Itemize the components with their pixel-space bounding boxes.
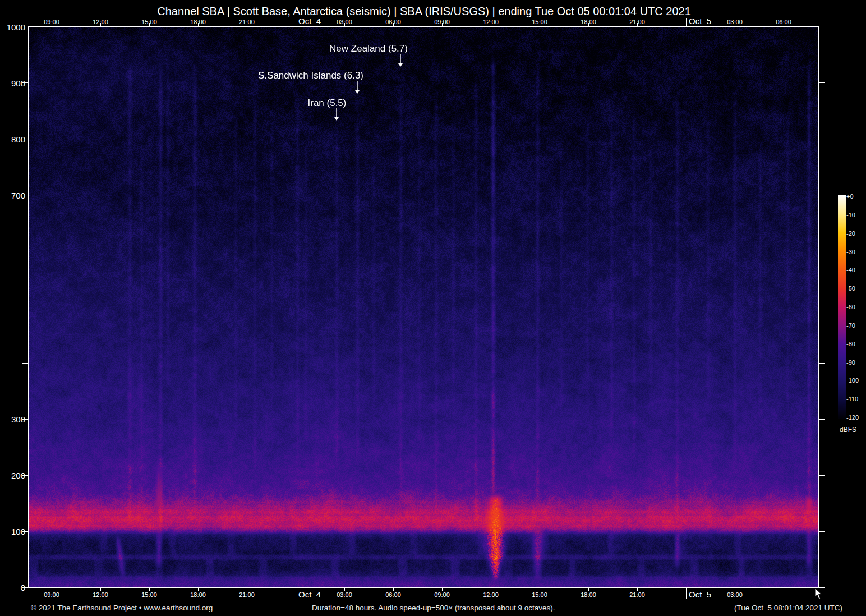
y-tick-label: 200	[3, 471, 25, 480]
x-tick-label: 15:00	[532, 591, 547, 598]
x-tick-label: 03:00	[337, 591, 352, 598]
x-tick-label: 06:00	[776, 19, 791, 25]
x-tick-mark	[686, 588, 687, 599]
y-tick-mark	[819, 531, 825, 532]
footer-copyright: © 2021 The Earthsound Project • www.eart…	[31, 604, 213, 612]
x-tick-label: 03:00	[337, 19, 352, 25]
colorbar-tick-label: -10	[846, 212, 855, 218]
y-tick-label: 1000	[3, 22, 25, 32]
x-tick-label: 06:00	[385, 19, 401, 25]
y-tick-mark	[819, 139, 825, 139]
footer-duration: Duration=48 hours. Audio speed-up=500× (…	[312, 604, 555, 612]
mouse-cursor-icon	[814, 588, 823, 600]
x-tick-label: 15:00	[141, 591, 157, 598]
colorbar-tick-label: -90	[846, 359, 855, 366]
x-tick-mark	[686, 18, 687, 26]
annotation-arrow-icon	[354, 81, 361, 95]
y-tick-label: 700	[3, 190, 25, 200]
x-tick-label: 15:00	[141, 19, 157, 25]
event-annotation-label: S.Sandwich Islands (6.3)	[258, 70, 363, 81]
x-tick-label: 09:00	[434, 591, 450, 598]
colorbar-tick-label: +0	[846, 193, 854, 200]
y-tick-mark	[819, 27, 825, 27]
y-tick-label: 0	[3, 583, 25, 592]
x-tick-label: 18:00	[190, 19, 206, 25]
y-tick-mark	[819, 251, 825, 251]
colorbar	[838, 195, 846, 419]
colorbar-tick-label: -50	[846, 285, 855, 292]
x-tick-label: 18:00	[190, 591, 206, 598]
x-tick-label: 12:00	[93, 19, 108, 25]
y-tick-mark	[22, 307, 28, 307]
y-tick-label: 300	[3, 415, 25, 424]
x-tick-label: 03:00	[727, 19, 743, 25]
y-tick-mark	[819, 307, 825, 307]
x-tick-label: 18:00	[581, 19, 596, 25]
colorbar-tick-label: -120	[846, 414, 859, 421]
x-tick-mark	[296, 18, 296, 26]
y-tick-label: 900	[3, 78, 25, 88]
spectrogram-canvas	[29, 27, 818, 587]
colorbar-tick-label: -30	[846, 249, 855, 255]
y-tick-mark	[22, 363, 28, 364]
colorbar-tick-label: -80	[846, 341, 855, 347]
x-tick-day-label: Oct 4	[298, 16, 321, 26]
x-tick-label: 09:00	[434, 19, 450, 25]
x-tick-label: 12:00	[483, 19, 499, 25]
colorbar-tick-label: -60	[846, 304, 855, 310]
x-tick-mark	[784, 588, 784, 591]
x-tick-label: 12:00	[93, 591, 108, 598]
colorbar-tick-label: -100	[846, 377, 859, 384]
footer-endtime: (Tue Oct 5 08:01:04 2021 UTC)	[734, 604, 842, 612]
x-tick-label: 06:00	[385, 591, 401, 598]
x-tick-label: 21:00	[239, 591, 255, 598]
plot-frame	[28, 26, 819, 588]
x-tick-label: 09:00	[44, 591, 59, 598]
x-tick-label: 12:00	[483, 591, 499, 598]
x-tick-label: 21:00	[629, 19, 645, 25]
colorbar-tick-label: -110	[846, 396, 858, 402]
y-tick-mark	[819, 195, 825, 195]
y-tick-mark	[22, 251, 28, 251]
colorbar-tick-label: -40	[846, 266, 855, 273]
x-tick-mark	[296, 588, 296, 599]
y-tick-mark	[819, 419, 825, 420]
colorbar-tick-label: -70	[846, 322, 855, 329]
annotation-arrow-icon	[333, 108, 340, 122]
y-tick-label: 100	[3, 527, 25, 536]
y-tick-mark	[819, 363, 825, 364]
x-tick-label: 18:00	[581, 591, 596, 598]
y-tick-mark	[819, 475, 825, 476]
colorbar-tick-label: -20	[846, 230, 855, 237]
y-tick-mark	[819, 82, 825, 83]
x-tick-label: 03:00	[727, 591, 743, 598]
x-tick-label: 09:00	[44, 19, 59, 25]
x-tick-label: 21:00	[629, 591, 645, 598]
x-tick-label: 15:00	[532, 19, 547, 25]
x-tick-day-label: Oct 5	[689, 16, 711, 26]
x-tick-day-label: Oct 4	[298, 590, 321, 599]
x-tick-label: 21:00	[239, 19, 255, 25]
event-annotation-label: New Zealand (5.7)	[329, 43, 408, 54]
annotation-arrow-icon	[397, 54, 404, 68]
page-title: Channel SBA | Scott Base, Antarctica (se…	[0, 5, 848, 18]
event-annotation-label: Iran (5.5)	[308, 98, 347, 109]
y-tick-label: 800	[3, 134, 25, 144]
colorbar-unit-label: dBFS	[840, 426, 856, 434]
earthsound-spectrogram-page: Channel SBA | Scott Base, Antarctica (se…	[0, 0, 866, 616]
x-tick-day-label: Oct 5	[689, 590, 711, 599]
